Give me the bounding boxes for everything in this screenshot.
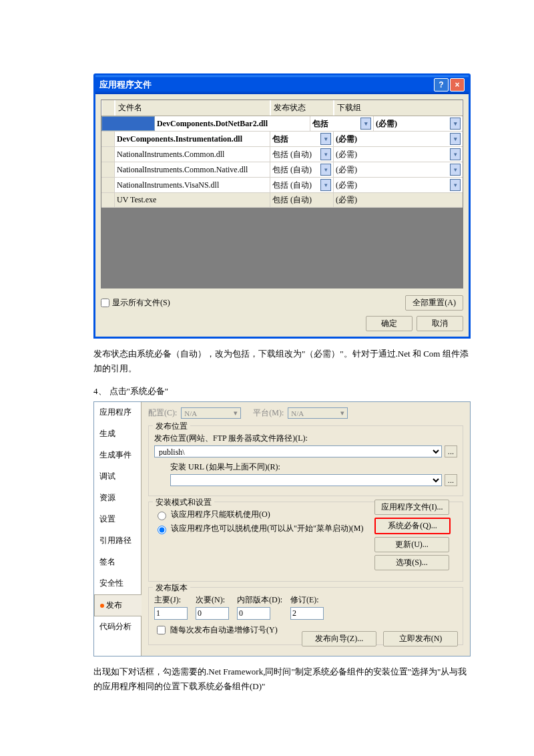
row-marker <box>101 178 115 192</box>
cell-filename: DevComponents.DotNetBar2.dll <box>155 116 310 131</box>
table-row[interactable]: NationalInstruments.VisaNS.dll 包括 (自动)▾ … <box>101 178 463 193</box>
publish-path-input[interactable]: publish\ <box>154 445 442 457</box>
chevron-down-icon[interactable]: ▾ <box>450 118 461 130</box>
cell-status[interactable]: 包括▾ <box>270 132 334 146</box>
chevron-down-icon[interactable]: ▾ <box>320 133 331 145</box>
cancel-button[interactable]: 取消 <box>417 316 463 331</box>
offline-radio[interactable] <box>158 526 166 534</box>
chevron-down-icon[interactable]: ▾ <box>450 148 461 160</box>
cell-group[interactable]: (必需)▾ <box>334 132 463 146</box>
ver-minor[interactable] <box>196 607 229 620</box>
table-row[interactable]: DevComponents.DotNetBar2.dll 包括▾ (必需)▾ <box>101 116 463 132</box>
ver-major[interactable] <box>154 607 188 620</box>
cell-group[interactable]: (必需)▾ <box>334 147 463 162</box>
config-select: N/A▾ <box>181 407 241 419</box>
table-row[interactable]: NationalInstruments.Common.dll 包括 (自动)▾ … <box>101 147 463 162</box>
ver-rev[interactable] <box>290 607 324 620</box>
col-status[interactable]: 发布状态 <box>270 100 334 116</box>
options-button[interactable]: 选项(S)... <box>374 555 449 570</box>
grid-header: 文件名 发布状态 下载组 <box>101 100 463 116</box>
cell-filename: NationalInstruments.Common.Native.dll <box>115 162 270 177</box>
updates-button[interactable]: 更新(U)... <box>374 537 449 552</box>
app-files-button[interactable]: 应用程序文件(I)... <box>374 500 449 515</box>
dialog-title: 应用程序文件 <box>99 79 152 91</box>
app-files-dialog: 应用程序文件 ? × 文件名 发布状态 下载组 DevComponents.Do… <box>93 73 471 339</box>
row-marker <box>101 193 115 207</box>
tab-调试[interactable]: 调试 <box>94 466 141 488</box>
row-marker <box>101 116 155 131</box>
col-group[interactable]: 下载组 <box>334 100 463 116</box>
step-4: 点击"系统必备" <box>109 384 169 399</box>
cell-status: 包括 (自动) <box>270 193 334 207</box>
tab-strip: 应用程序生成生成事件调试资源设置引用路径签名安全性发布代码分析 <box>94 402 142 656</box>
chevron-down-icon[interactable]: ▾ <box>450 164 461 176</box>
paragraph-1: 发布状态由系统必备（自动），改为包括，下载组改为"（必需）"。针对于通过.Net… <box>93 347 471 376</box>
publish-now-button[interactable]: 立即发布(N) <box>383 631 458 646</box>
active-dot-icon <box>100 604 104 608</box>
cell-group: (必需) <box>334 193 463 207</box>
cell-status[interactable]: 包括 (自动)▾ <box>270 162 334 177</box>
online-only-radio[interactable] <box>158 512 166 520</box>
tab-资源[interactable]: 资源 <box>94 488 141 509</box>
chevron-down-icon[interactable]: ▾ <box>320 148 331 160</box>
reset-all-button[interactable]: 全部重置(A) <box>405 295 463 311</box>
file-grid: 文件名 发布状态 下载组 DevComponents.DotNetBar2.dl… <box>101 100 463 289</box>
install-mode-group: 安装模式和设置 该应用程序只能联机使用(O) 该应用程序也可以脱机使用(可以从"… <box>148 502 463 582</box>
tab-安全性[interactable]: 安全性 <box>94 573 141 594</box>
tab-代码分析[interactable]: 代码分析 <box>94 616 141 638</box>
publish-wizard-button[interactable]: 发布向导(Z)... <box>302 631 376 646</box>
cell-filename: UV Test.exe <box>115 193 270 207</box>
cell-group[interactable]: (必需)▾ <box>334 178 463 192</box>
help-icon[interactable]: ? <box>434 78 449 91</box>
chevron-down-icon[interactable]: ▾ <box>360 118 371 130</box>
browse-button[interactable]: ... <box>445 445 457 457</box>
tab-引用路径[interactable]: 引用路径 <box>94 530 141 552</box>
publish-location-group: 发布位置 发布位置(网站、FTP 服务器或文件路径)(L): publish\ … <box>148 425 463 496</box>
titlebar[interactable]: 应用程序文件 ? × <box>95 75 469 94</box>
tab-生成事件[interactable]: 生成事件 <box>94 445 141 466</box>
cell-filename: DevComponents.Instrumentation.dll <box>115 132 270 146</box>
row-marker <box>101 162 115 177</box>
table-row[interactable]: UV Test.exe 包括 (自动) (必需) <box>101 193 463 208</box>
prerequisites-button[interactable]: 系统必备(Q)... <box>374 518 451 534</box>
chevron-down-icon[interactable]: ▾ <box>450 133 461 145</box>
table-row[interactable]: DevComponents.Instrumentation.dll 包括▾ (必… <box>101 132 463 147</box>
tab-签名[interactable]: 签名 <box>94 552 141 573</box>
publish-panel: 应用程序生成生成事件调试资源设置引用路径签名安全性发布代码分析 配置(C): N… <box>93 401 471 656</box>
tab-发布[interactable]: 发布 <box>94 594 142 616</box>
paragraph-2: 出现如下对话框，勾选需要的.Net Framework,同时间"制定系统必备组件… <box>93 665 471 694</box>
cell-group[interactable]: (必需)▾ <box>374 116 463 131</box>
ver-build[interactable] <box>237 607 270 620</box>
auto-increment-checkbox[interactable] <box>157 626 166 634</box>
chevron-down-icon[interactable]: ▾ <box>320 179 331 191</box>
cell-status[interactable]: 包括▾ <box>310 116 374 131</box>
install-url-input[interactable] <box>170 474 442 486</box>
tab-设置[interactable]: 设置 <box>94 509 141 530</box>
chevron-down-icon[interactable]: ▾ <box>320 164 331 176</box>
cell-group[interactable]: (必需)▾ <box>334 162 463 177</box>
row-marker <box>101 147 115 162</box>
show-all-checkbox[interactable]: 显示所有文件(S) <box>101 297 170 309</box>
col-filename[interactable]: 文件名 <box>115 100 270 116</box>
cell-filename: NationalInstruments.VisaNS.dll <box>115 178 270 192</box>
row-marker <box>101 132 115 146</box>
cell-filename: NationalInstruments.Common.dll <box>115 147 270 162</box>
tab-生成[interactable]: 生成 <box>94 423 141 445</box>
platform-select: N/A▾ <box>288 407 348 419</box>
cell-status[interactable]: 包括 (自动)▾ <box>270 147 334 162</box>
close-icon[interactable]: × <box>450 78 465 91</box>
browse-button[interactable]: ... <box>445 474 457 486</box>
tab-应用程序[interactable]: 应用程序 <box>94 402 141 423</box>
cell-status[interactable]: 包括 (自动)▾ <box>270 178 334 192</box>
chevron-down-icon[interactable]: ▾ <box>450 179 461 191</box>
table-row[interactable]: NationalInstruments.Common.Native.dll 包括… <box>101 162 463 178</box>
ok-button[interactable]: 确定 <box>366 316 413 331</box>
